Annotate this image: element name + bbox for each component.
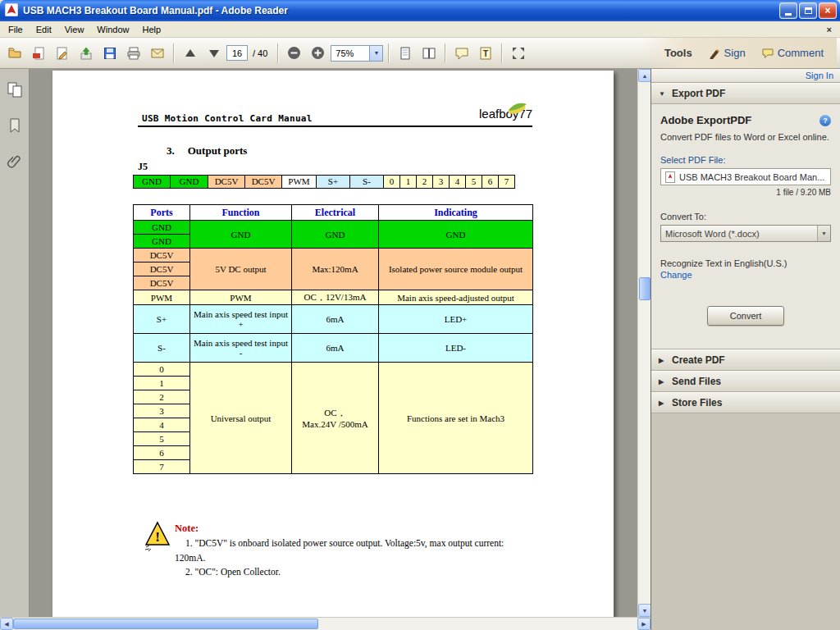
next-page-button[interactable] xyxy=(203,42,225,64)
export-pdf-section-header[interactable]: ▼ Export PDF xyxy=(651,83,840,104)
adobe-reader-window: USB MACH3 Breakout Board Manual.pdf - Ad… xyxy=(0,0,840,630)
zoom-out-button[interactable] xyxy=(283,42,305,64)
scroll-left-button[interactable]: ◀ xyxy=(0,618,13,630)
menu-edit[interactable]: Edit xyxy=(30,23,58,36)
note-line-2: 120mA. xyxy=(175,553,205,563)
doc-header-title: USB Motion Control Card Manual xyxy=(142,113,313,124)
create-pdf-section-header[interactable]: ▶ Create PDF xyxy=(651,349,840,371)
electrical-cell: 6mA xyxy=(292,305,379,334)
port-cell: GND xyxy=(134,235,190,249)
maximize-button[interactable] xyxy=(799,2,817,19)
svg-text:T: T xyxy=(483,48,488,57)
email-button[interactable] xyxy=(146,42,168,64)
toolbar-separator xyxy=(388,43,389,63)
port-cell: 6 xyxy=(134,446,190,460)
selected-pdf-file[interactable]: USB MACH3 Breakout Board Man... xyxy=(660,168,831,185)
sticky-note-button[interactable] xyxy=(450,42,472,64)
fullscreen-arrows-icon xyxy=(511,46,526,61)
zoom-dropdown-arrow-icon[interactable]: ▼ xyxy=(369,46,382,61)
format-dropdown-arrow-icon[interactable]: ▼ xyxy=(817,226,830,241)
navigation-pane-strip xyxy=(0,69,30,617)
sign-pen-icon xyxy=(709,48,720,59)
page-thumbnails-button[interactable] xyxy=(4,79,25,100)
port-cell: 1 xyxy=(134,377,190,390)
bookmarks-button[interactable] xyxy=(4,115,25,136)
sign-in-link[interactable]: Sign In xyxy=(651,69,840,83)
vertical-scroll-thumb[interactable] xyxy=(639,277,651,300)
port-strip-cell: PWM xyxy=(282,175,317,189)
port-strip-cell: 2 xyxy=(417,175,433,189)
toolbar-separator xyxy=(445,43,445,63)
change-link[interactable]: Change xyxy=(660,270,831,280)
scroll-mode-button[interactable] xyxy=(418,42,440,64)
save-button[interactable] xyxy=(98,42,121,64)
print-button[interactable] xyxy=(122,42,144,64)
horizontal-scroll-thumb[interactable] xyxy=(13,619,318,629)
create-pdf-button[interactable] xyxy=(27,42,49,64)
leafboy77-logo xyxy=(504,100,529,118)
section-heading: 3.Output ports xyxy=(167,144,247,158)
fullscreen-button[interactable] xyxy=(507,42,529,64)
tools-tab[interactable]: Tools xyxy=(664,47,692,59)
share-button[interactable] xyxy=(75,42,97,64)
scroll-up-button[interactable]: ▲ xyxy=(638,69,651,82)
menu-file[interactable]: File xyxy=(2,23,30,36)
zoom-level-select[interactable]: 75% ▼ xyxy=(331,45,383,62)
help-icon[interactable]: ? xyxy=(819,115,831,126)
close-button[interactable]: × xyxy=(819,2,837,19)
sign-document-button[interactable] xyxy=(51,42,73,64)
port-cell: GND xyxy=(134,221,190,235)
export-description: Convert PDF files to Word or Excel onlin… xyxy=(660,132,831,142)
panel-tabs: Tools Sign Comment xyxy=(640,38,837,68)
select-pdf-file-label: Select PDF File: xyxy=(660,155,831,165)
convert-to-label: Convert To: xyxy=(660,212,831,221)
port-strip-cell: GND xyxy=(171,175,208,189)
col-header-indicating: Indicating xyxy=(379,205,533,221)
comment-tab-label: Comment xyxy=(778,47,824,59)
table-row: PWMPWMOC，12V/13mAMain axis speed-adjuste… xyxy=(134,290,533,305)
open-button[interactable] xyxy=(3,42,25,64)
convert-format-value: Microsoft Word (*.docx) xyxy=(661,229,817,239)
electrical-cell: OC， Max.24V /500mA xyxy=(292,363,379,474)
menu-help[interactable]: Help xyxy=(135,23,167,36)
vertical-scrollbar[interactable]: ▲ ▼ xyxy=(637,69,651,617)
zoom-out-icon xyxy=(287,46,301,60)
menu-view[interactable]: View xyxy=(58,23,91,36)
send-files-section-header[interactable]: ▶ Send Files xyxy=(651,371,840,392)
function-cell: GND xyxy=(190,221,292,249)
menu-window[interactable]: Window xyxy=(90,23,135,36)
attachments-button[interactable] xyxy=(4,151,25,172)
page-fit-button[interactable] xyxy=(394,42,416,64)
horizontal-scrollbar[interactable]: ◀ ▶ xyxy=(0,617,651,630)
sign-tab[interactable]: Sign xyxy=(709,47,746,59)
convert-button[interactable]: Convert xyxy=(707,306,784,326)
table-row: 0Universal outputOC， Max.24V /500mAFunct… xyxy=(134,363,533,377)
port-cell: DC5V xyxy=(134,262,190,276)
file-meta: 1 file / 9.20 MB xyxy=(660,188,831,197)
page-number-input[interactable] xyxy=(226,45,248,61)
toolbar-separator xyxy=(501,43,502,63)
note-line-1: 1. "DC5V" is onboard isolated power sour… xyxy=(185,538,538,548)
scroll-right-button[interactable]: ▶ xyxy=(637,618,651,630)
previous-page-button[interactable] xyxy=(179,42,201,64)
comment-tab[interactable]: Comment xyxy=(762,47,824,59)
svg-text:!: ! xyxy=(155,529,160,545)
close-document-icon[interactable]: × xyxy=(820,25,838,34)
port-strip-cell: GND xyxy=(133,175,171,189)
toolbar-separator xyxy=(277,43,278,63)
port-strip-cell: 7 xyxy=(499,175,515,189)
store-files-header-label: Store Files xyxy=(672,397,722,409)
zoom-in-button[interactable] xyxy=(307,42,329,64)
convert-format-select[interactable]: Microsoft Word (*.docx) ▼ xyxy=(660,225,831,242)
comment-bubble-icon xyxy=(454,46,469,61)
port-strip-cell: 5 xyxy=(466,175,482,189)
panel-empty-area xyxy=(651,413,840,617)
minimize-button[interactable] xyxy=(779,2,797,19)
bottom-bar: ◀ ▶ xyxy=(0,617,840,630)
scroll-down-button[interactable]: ▼ xyxy=(638,604,651,617)
create-pdf-icon xyxy=(31,46,46,61)
function-cell: Main axis speed test input - xyxy=(190,334,292,363)
store-files-section-header[interactable]: ▶ Store Files xyxy=(651,392,840,413)
function-cell: PWM xyxy=(190,290,292,305)
text-annotation-button[interactable]: T xyxy=(474,42,496,64)
